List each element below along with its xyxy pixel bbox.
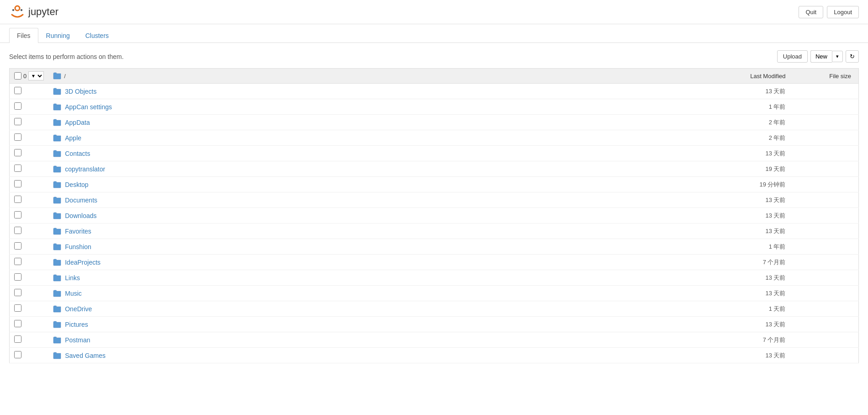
row-size-cell [790,146,859,161]
table-row: copytranslator 19 天前 [10,161,859,177]
folder-icon [53,321,61,328]
row-checkbox-3[interactable] [14,133,21,141]
file-name-link[interactable]: Contacts [65,150,90,157]
row-modified-cell: 13 天前 [699,192,790,208]
row-size-cell [790,348,859,363]
file-name-link[interactable]: Documents [65,197,97,204]
table-row: Saved Games 13 天前 [10,348,859,363]
logout-button[interactable]: Logout [827,6,859,18]
row-checkbox-4[interactable] [14,149,21,156]
folder-icon [53,228,61,235]
quit-button[interactable]: Quit [799,6,823,18]
file-name-link[interactable]: Music [65,290,82,297]
row-modified-cell: 2 年前 [699,115,790,130]
table-row: Desktop 19 分钟前 [10,177,859,192]
last-modified-header[interactable]: Last Modified [699,69,790,84]
row-checkbox-cell [10,239,49,255]
file-name-link[interactable]: 3D Objects [65,88,96,95]
row-checkbox-2[interactable] [14,118,21,125]
row-name-cell: Desktop [48,177,699,192]
row-modified-cell: 13 天前 [699,286,790,301]
table-row: AppCan settings 1 年前 [10,99,859,115]
row-checkbox-6[interactable] [14,180,21,187]
row-checkbox-13[interactable] [14,289,21,296]
row-checkbox-cell [10,332,49,348]
row-modified-cell: 13 天前 [699,348,790,363]
row-checkbox-cell [10,223,49,239]
tab-running[interactable]: Running [38,28,78,43]
file-name-link[interactable]: Apple [65,134,81,142]
row-modified-cell: 13 天前 [699,84,790,99]
file-size-header[interactable]: File size [790,69,859,84]
row-checkbox-cell [10,115,49,130]
row-name-cell: copytranslator [48,161,699,177]
row-checkbox-cell [10,255,49,270]
file-name-link[interactable]: Pictures [65,321,88,328]
file-name-link[interactable]: copytranslator [65,165,105,173]
row-checkbox-15[interactable] [14,320,21,327]
row-checkbox-cell [10,130,49,146]
row-checkbox-9[interactable] [14,227,21,234]
row-modified-cell: 2 年前 [699,130,790,146]
upload-button[interactable]: Upload [777,50,808,63]
file-name-link[interactable]: Links [65,274,80,282]
row-checkbox-5[interactable] [14,165,21,172]
file-table-body: 3D Objects 13 天前 AppCan settings 1 年前 [10,84,859,363]
row-name-cell: Documents [48,192,699,208]
row-name-cell: Links [48,270,699,286]
table-header-select-row: 0 ▾ / Last Modified [10,69,859,84]
file-name-link[interactable]: Favorites [65,228,91,235]
file-name-link[interactable]: Downloads [65,212,96,219]
folder-icon [53,243,61,250]
table-row: Downloads 13 天前 [10,208,859,223]
row-modified-cell: 1 年前 [699,99,790,115]
file-name-link[interactable]: OneDrive [65,305,92,313]
row-checkbox-1[interactable] [14,102,21,110]
row-checkbox-10[interactable] [14,242,21,250]
select-all-checkbox[interactable] [14,72,21,80]
row-checkbox-cell [10,146,49,161]
row-size-cell [790,130,859,146]
row-name-cell: Music [48,286,699,301]
refresh-button[interactable]: ↻ [846,50,859,63]
new-button[interactable]: New [810,50,832,63]
select-message: Select items to perform actions on them. [9,53,124,60]
tab-files[interactable]: Files [9,28,38,43]
folder-icon [53,134,61,142]
table-row: Links 13 天前 [10,270,859,286]
row-name-cell: OneDrive [48,301,699,317]
tab-clusters[interactable]: Clusters [78,28,116,43]
folder-icon [53,197,61,204]
row-checkbox-17[interactable] [14,351,21,358]
row-checkbox-cell [10,301,49,317]
row-checkbox-7[interactable] [14,196,21,203]
row-checkbox-14[interactable] [14,304,21,312]
row-checkbox-12[interactable] [14,273,21,281]
folder-icon [53,119,61,126]
header-buttons: Quit Logout [799,6,859,18]
row-checkbox-cell [10,317,49,332]
row-modified-cell: 13 天前 [699,270,790,286]
row-size-cell [790,239,859,255]
svg-point-1 [12,9,14,11]
file-name-link[interactable]: AppCan settings [65,103,112,111]
selected-count: 0 [23,73,26,80]
file-name-link[interactable]: Postman [65,336,90,344]
row-checkbox-8[interactable] [14,211,21,218]
toolbar-right: Upload New ▾ ↻ [777,50,859,63]
file-name-link[interactable]: AppData [65,119,90,126]
file-name-link[interactable]: IdeaProjects [65,259,101,266]
row-checkbox-11[interactable] [14,258,21,265]
row-size-cell [790,177,859,192]
file-name-link[interactable]: Desktop [65,181,88,188]
svg-point-2 [21,9,22,11]
row-checkbox-0[interactable] [14,87,21,94]
row-checkbox-16[interactable] [14,335,21,343]
file-name-link[interactable]: Funshion [65,243,91,250]
row-name-cell: AppData [48,115,699,130]
row-modified-cell: 13 天前 [699,223,790,239]
select-dropdown[interactable]: ▾ [28,71,44,80]
file-name-link[interactable]: Saved Games [65,352,106,359]
new-dropdown-button[interactable]: ▾ [832,51,843,62]
main-content: Select items to perform actions on them.… [0,43,868,371]
